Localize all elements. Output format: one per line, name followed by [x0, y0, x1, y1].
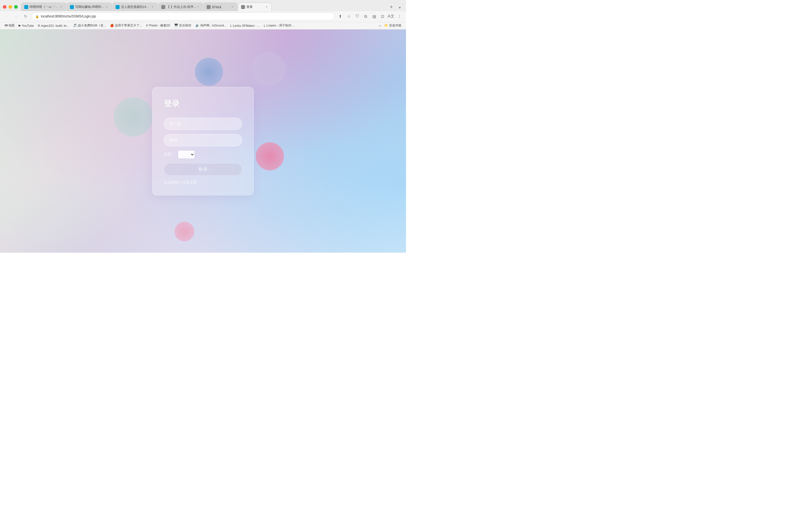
tab-tab5[interactable]: $Title$× [204, 3, 238, 11]
type-select[interactable]: 管理员学生教师 [178, 151, 195, 159]
bookmark-item[interactable]: Rregex101: build, te... [36, 23, 71, 28]
shield-icon[interactable]: ⛉ [354, 13, 361, 20]
tab-tab3[interactable]: 没人愿意透露的14个接单...× [112, 3, 158, 11]
bookmark-item[interactable]: 🎵战斗免费BGM（音... [71, 23, 108, 28]
bookmark-item[interactable]: 🍎适用于苹果芯片了... [108, 23, 144, 28]
page-content: 登录 类型： 管理员学生教师 登录 忘记密码？点击这里 [0, 30, 406, 252]
forward-button[interactable]: › [12, 13, 20, 20]
bookmark-item[interactable]: LLospec - 用于制作... [262, 23, 296, 28]
tab-close-tab1[interactable]: × [59, 5, 63, 9]
extensions-icon[interactable]: ⧉ [362, 13, 369, 20]
tabs-expand-button[interactable]: ▾ [396, 4, 403, 11]
tab-tab6[interactable]: 登录× [238, 3, 272, 11]
bookmarks-folder[interactable]: 📁 其他书签 [383, 23, 403, 28]
address-row: ‹ › ↻ 🔒 localhost:8080/nchu/SSMS/Login.j… [0, 11, 406, 22]
tab-tab1[interactable]: 哔哩哔哩（'・ω・'）つロ干杯~-bili...× [21, 3, 66, 11]
minimize-button[interactable] [8, 5, 12, 9]
new-tab-button[interactable]: + [388, 3, 395, 11]
maximize-button[interactable] [14, 5, 18, 9]
translate-icon[interactable]: A文 [388, 13, 395, 20]
tab-close-tab4[interactable]: × [196, 5, 200, 9]
tab-close-tab6[interactable]: × [265, 5, 269, 9]
bookmark-item[interactable]: 🎹音乐制作 [172, 23, 193, 28]
bookmarks-bar: 🗺地图▶YouTubeRregex101: build, te...🎵战斗免费B… [0, 22, 406, 29]
tabs-row: 哔哩哔哩（'・ω・'）つロ干杯~-bili...×写网站赚钱-哔哩哔哩_Bili… [21, 3, 403, 11]
close-button[interactable] [3, 5, 6, 9]
bookmark-item[interactable]: PPiskel - 像素2D [144, 23, 172, 28]
bookmark-icon[interactable]: ☆ [345, 13, 352, 20]
tab-close-tab2[interactable]: × [105, 5, 109, 9]
bookmarks-more-button[interactable]: » [378, 23, 382, 28]
address-bar[interactable]: 🔒 localhost:8080/nchu/SSMS/Login.jsp [32, 12, 335, 20]
tab-close-tab3[interactable]: × [151, 5, 154, 9]
login-title: 登录 [164, 99, 242, 109]
type-row: 类型： 管理员学生教师 [164, 151, 242, 159]
sidebar-icon[interactable]: ▤ [370, 13, 378, 20]
bookmark-item[interactable]: 🗺地图 [3, 23, 16, 28]
bookmark-item[interactable]: LLeshy SFMaker - ... [229, 23, 262, 28]
browser-chrome: 哔哩哔哩（'・ω・'）つロ干杯~-bili...×写网站赚钱-哔哩哔哩_Bili… [0, 0, 406, 30]
menu-icon[interactable]: ⋮ [396, 13, 403, 20]
type-label: 类型： [164, 152, 175, 157]
splitview-icon[interactable]: ⊡ [379, 13, 386, 20]
reload-button[interactable]: ↻ [22, 13, 29, 20]
share-icon[interactable]: ⬆ [337, 13, 344, 20]
username-input[interactable] [164, 118, 242, 130]
window-controls [3, 5, 18, 9]
title-bar: 哔哩哔哩（'・ω・'）つロ干杯~-bili...×写网站赚钱-哔哩哔哩_Bili… [0, 0, 406, 11]
tab-tab2[interactable]: 写网站赚钱-哔哩哔哩_Bili...× [67, 3, 112, 11]
back-button[interactable]: ‹ [3, 13, 10, 20]
lock-icon: 🔒 [35, 15, 39, 18]
toolbar-icons: ⬆ ☆ ⛉ ⧉ ▤ ⊡ A文 ⋮ [337, 13, 403, 20]
login-card: 登录 类型： 管理员学生教师 登录 忘记密码？点击这里 [152, 87, 254, 195]
bookmark-item[interactable]: 🔊淘声网 - toSound... [194, 23, 228, 28]
url-text: localhost:8080/nchu/SSMS/Login.jsp [41, 14, 96, 18]
bookmark-item[interactable]: ▶YouTube [17, 23, 36, 28]
tab-close-tab5[interactable]: × [231, 5, 234, 9]
forgot-password-link[interactable]: 忘记密码？点击这里 [164, 180, 197, 184]
login-button[interactable]: 登录 [164, 163, 242, 176]
tab-tab4[interactable]: 【 】作品上传-程序...× [158, 3, 203, 11]
password-input[interactable] [164, 134, 242, 147]
